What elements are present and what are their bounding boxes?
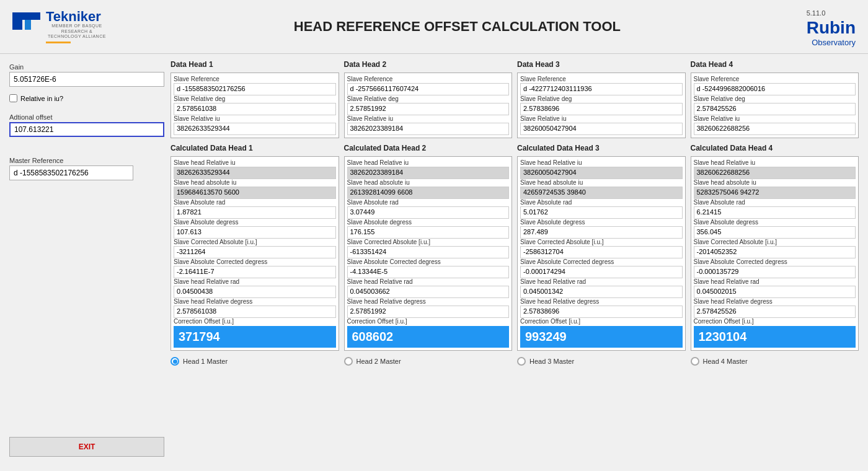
- calc-field-label-3-7: Slave head Relative degress: [520, 298, 683, 305]
- slave-relative-iu-value-3: 38260050427904: [520, 123, 683, 135]
- master-label-4: Head 4 Master: [703, 358, 748, 365]
- main-content: Gain Relative in iu? Adtional offset Mas…: [0, 54, 868, 469]
- slave-reference-value-2: d -2575666117607424: [347, 83, 510, 95]
- page-title: HEAD REFERENCE OFFSET CALCULATION TOOL: [108, 19, 807, 35]
- calc-title-2: Calculated Data Head 2: [344, 144, 513, 152]
- slave-relative-iu-label-3: Slave Relative iu: [520, 115, 683, 122]
- head-col-2: Data Head 2Slave Referenced -25756661176…: [344, 60, 513, 351]
- calc-title-1: Calculated Data Head 1: [170, 144, 339, 152]
- correction-offset-label-2: Correction Offset [i.u.]: [347, 318, 510, 325]
- calc-title-3: Calculated Data Head 3: [517, 144, 686, 152]
- calc-field-label-1-3: Slave Absolute degress: [174, 219, 336, 226]
- calc-field-value-4-5: -0.000135729: [694, 266, 856, 278]
- master-radio-1[interactable]: [170, 357, 179, 366]
- correction-offset-label-4: Correction Offset [i.u.]: [694, 318, 856, 325]
- rubin-title: Rubin: [807, 18, 856, 38]
- calc-field-label-2-7: Slave head Relative degress: [347, 298, 510, 305]
- slave-relative-iu-value-2: 38262023389184: [347, 123, 510, 135]
- gain-label: Gain: [9, 63, 164, 71]
- calc-field-value-3-4: -2586312704: [520, 246, 683, 258]
- calc-field-value-2-5: -4.13344E-5: [347, 266, 510, 278]
- head-col-1: Data Head 1Slave Referenced -15585835021…: [170, 60, 339, 351]
- correction-offset-label-3: Correction Offset [i.u.]: [520, 318, 683, 325]
- slave-relative-deg-value-4: 2.578425526: [694, 103, 856, 115]
- calc-field-value-3-5: -0.000174294: [520, 266, 683, 278]
- calc-field-value-2-2: 3.07449: [347, 206, 510, 219]
- relative-checkbox[interactable]: [9, 94, 17, 102]
- slave-relative-iu-value-1: 38262633529344: [174, 123, 336, 135]
- logo-sub: MEMBER OF BASQUE RESEARCH & TECHNOLOGY A…: [46, 24, 108, 39]
- calc-field-label-3-1: Slave head absolute iu: [520, 179, 683, 186]
- slave-relative-iu-value-4: 38260622688256: [694, 123, 856, 135]
- head-title-3: Data Head 3: [517, 60, 686, 69]
- svg-rect-2: [25, 20, 31, 30]
- calc-section-2: Slave head Relative iu38262023389184Slav…: [344, 156, 513, 351]
- slave-reference-label-3: Slave Reference: [520, 76, 683, 82]
- calc-field-value-2-0: 38262023389184: [347, 167, 510, 179]
- correction-offset-value-1: 371794: [174, 326, 336, 348]
- head-col-3: Data Head 3Slave Referenced -42277124031…: [517, 60, 686, 351]
- calc-field-value-1-2: 1.87821: [174, 206, 336, 219]
- calc-field-label-4-4: Slave Corrected Absolute [i.u.]: [694, 239, 856, 245]
- correction-offset-value-2: 608602: [347, 326, 510, 348]
- calc-title-4: Calculated Data Head 4: [691, 144, 859, 152]
- slave-reference-value-1: d -1558583502176256: [174, 83, 336, 95]
- master-col-2[interactable]: Head 2 Master: [344, 357, 513, 366]
- calc-field-value-3-2: 5.01762: [520, 206, 683, 219]
- master-radio-3[interactable]: [517, 357, 526, 366]
- master-reference-input[interactable]: [9, 165, 133, 180]
- master-col-1[interactable]: Head 1 Master: [170, 357, 339, 366]
- calc-field-label-1-1: Slave head absolute iu: [174, 179, 336, 186]
- master-label-2: Head 2 Master: [356, 358, 401, 365]
- slave-relative-deg-value-1: 2.578561038: [174, 103, 336, 115]
- data-section-4: Slave Referenced -5244996882006016Slave …: [691, 73, 859, 138]
- calc-field-value-4-4: -2014052352: [694, 246, 856, 258]
- master-row: Head 1 MasterHead 2 MasterHead 3 MasterH…: [170, 354, 859, 366]
- additional-offset-input[interactable]: [9, 122, 164, 137]
- relative-label: Relative in iu?: [20, 95, 63, 102]
- calc-field-value-2-6: 0.045003662: [347, 286, 510, 298]
- calc-field-label-3-4: Slave Corrected Absolute [i.u.]: [520, 239, 683, 245]
- additional-offset-group: Adtional offset: [9, 113, 164, 137]
- calc-section-3: Slave head Relative iu38260050427904Slav…: [517, 156, 686, 351]
- head-title-2: Data Head 2: [344, 60, 513, 69]
- relative-checkbox-row: Relative in iu?: [9, 94, 164, 102]
- master-reference-label: Master Reference: [9, 157, 164, 164]
- master-label-3: Head 3 Master: [529, 358, 574, 365]
- calc-field-value-1-4: -3211264: [174, 246, 336, 258]
- calc-field-label-3-2: Slave Absolute rad: [520, 199, 683, 206]
- correction-offset-label-1: Correction Offset [i.u.]: [174, 318, 336, 325]
- data-section-3: Slave Referenced -4227712403111936Slave …: [517, 73, 686, 138]
- correction-offset-value-4: 1230104: [694, 326, 856, 348]
- exit-button[interactable]: EXIT: [9, 437, 164, 457]
- slave-relative-iu-label-2: Slave Relative iu: [347, 115, 510, 122]
- calc-field-label-2-3: Slave Absolute degress: [347, 219, 510, 226]
- master-col-4[interactable]: Head 4 Master: [691, 357, 859, 366]
- calc-field-label-2-1: Slave head absolute iu: [347, 179, 510, 186]
- calc-field-label-4-3: Slave Absolute degress: [694, 219, 856, 226]
- left-panel: Gain Relative in iu? Adtional offset Mas…: [9, 60, 164, 463]
- head-title-4: Data Head 4: [691, 60, 859, 69]
- calc-field-label-1-5: Slave Absolute Corrected degress: [174, 258, 336, 265]
- logo-bar: [46, 42, 71, 43]
- master-col-3[interactable]: Head 3 Master: [517, 357, 686, 366]
- calc-field-label-1-2: Slave Absolute rad: [174, 199, 336, 206]
- calc-field-value-3-6: 0.045001342: [520, 286, 683, 298]
- calc-field-label-4-2: Slave Absolute rad: [694, 199, 856, 206]
- master-radio-2[interactable]: [344, 357, 353, 366]
- master-radio-4[interactable]: [691, 357, 699, 366]
- slave-reference-label-2: Slave Reference: [347, 76, 510, 82]
- calc-field-value-4-0: 38260622688256: [694, 167, 856, 179]
- calc-field-label-4-0: Slave head Relative iu: [694, 159, 856, 166]
- calc-field-label-4-1: Slave head absolute iu: [694, 179, 856, 186]
- calc-field-label-3-3: Slave Absolute degress: [520, 219, 683, 226]
- calc-field-value-2-4: -613351424: [347, 246, 510, 258]
- calc-field-value-4-6: 0.045002015: [694, 286, 856, 298]
- calc-field-label-1-4: Slave Corrected Absolute [i.u.]: [174, 239, 336, 245]
- gain-field-group: Gain: [9, 63, 164, 87]
- slave-reference-label-4: Slave Reference: [694, 76, 856, 82]
- gain-input[interactable]: [9, 72, 164, 87]
- calc-field-value-3-3: 287.489: [520, 226, 683, 239]
- calc-field-value-2-3: 176.155: [347, 226, 510, 239]
- calc-field-label-2-5: Slave Absolute Corrected degress: [347, 258, 510, 265]
